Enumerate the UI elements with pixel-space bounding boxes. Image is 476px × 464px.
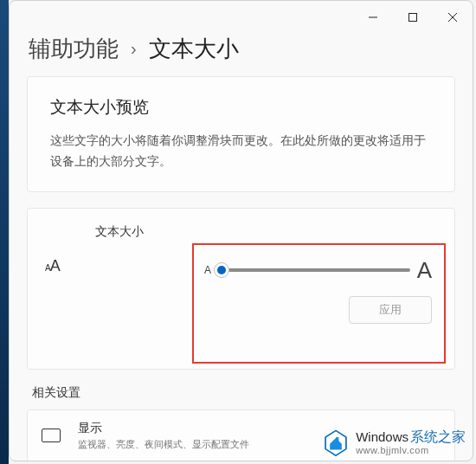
breadcrumb-parent[interactable]: 辅助功能 <box>29 34 119 64</box>
settings-window: 辅助功能 › 文本大小 文本大小预览 这些文字的大小将随着你调整滑块而更改。在此… <box>9 0 473 461</box>
preview-body-text: 这些文字的大小将随着你调整滑块而更改。在此处所做的更改将适用于设备上的大部分文字… <box>50 131 432 172</box>
text-size-preview-card: 文本大小预览 这些文字的大小将随着你调整滑块而更改。在此处所做的更改将适用于设备… <box>27 76 455 192</box>
related-display-item[interactable]: 显示 监视器、亮度、夜间模式、显示配置文件 <box>27 409 455 461</box>
slider-max-glyph: A <box>417 257 432 284</box>
slider-min-glyph: A <box>204 264 211 276</box>
preview-title: 文本大小预览 <box>50 96 432 119</box>
minimize-button[interactable] <box>353 4 393 30</box>
breadcrumb-current: 文本大小 <box>149 34 239 64</box>
chevron-right-icon: › <box>131 39 137 59</box>
slider-thumb[interactable] <box>214 262 229 278</box>
apply-button[interactable]: 应用 <box>349 296 432 324</box>
text-size-icon: AA <box>45 257 83 275</box>
titlebar <box>10 1 473 34</box>
related-settings-heading: 相关设置 <box>32 385 455 401</box>
related-display-subtitle: 监视器、亮度、夜间模式、显示配置文件 <box>78 438 249 451</box>
close-button[interactable] <box>433 4 473 30</box>
svg-rect-1 <box>409 14 417 22</box>
text-size-slider-card: 文本大小 AA A A 应用 <box>27 208 455 370</box>
annotation-highlight-box: A A 应用 <box>192 243 446 364</box>
breadcrumb: 辅助功能 › 文本大小 <box>10 34 473 76</box>
maximize-button[interactable] <box>393 4 433 30</box>
monitor-icon <box>42 429 61 442</box>
content-area: 文本大小预览 这些文字的大小将随着你调整滑块而更改。在此处所做的更改将适用于设备… <box>10 76 473 461</box>
desktop-background-edge <box>0 0 9 464</box>
slider-label: 文本大小 <box>95 224 437 240</box>
related-display-title: 显示 <box>78 421 249 436</box>
text-size-slider[interactable] <box>218 268 410 272</box>
